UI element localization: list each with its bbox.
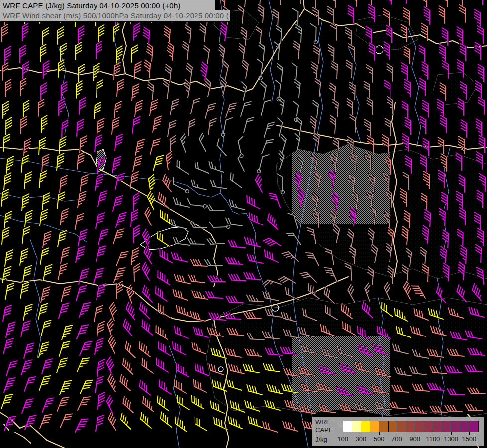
legend-color-cell <box>442 421 451 432</box>
legend-tick <box>397 432 397 435</box>
legend-color-cell <box>433 421 442 432</box>
legend-color-cell <box>352 421 361 432</box>
legend-color-cell <box>469 421 478 432</box>
legend-title-variable: CAPE <box>315 426 333 434</box>
legend-tick <box>433 432 433 435</box>
legend-color-cell <box>389 421 397 432</box>
legend-color-cell <box>451 421 460 432</box>
legend-color-cell <box>334 421 343 432</box>
map-canvas <box>0 0 487 448</box>
legend-color-cell <box>406 421 415 432</box>
map-title-windshear: WRF Wind shear (m/s) 500/1000hPa Saturda… <box>0 10 231 22</box>
legend-tick <box>379 432 380 435</box>
legend-color-cell <box>415 421 424 432</box>
legend-color-cell <box>424 421 433 432</box>
legend-tick <box>415 432 415 435</box>
legend-color-scale <box>334 421 479 432</box>
legend-color-cell <box>379 421 388 432</box>
legend-color-cell <box>343 421 352 432</box>
legend-title-model: WRF <box>315 418 330 426</box>
legend-tick <box>451 432 452 435</box>
wrf-map-screenshot: WRF CAPE (J/kg) Saturday 04-10-2025 00:0… <box>0 0 487 448</box>
legend-tick <box>361 432 361 435</box>
legend-color-cell <box>361 421 370 432</box>
legend-tick <box>469 432 470 435</box>
legend-tick <box>343 432 343 435</box>
legend-color-cell <box>460 421 469 432</box>
legend-tick-label: 1500 <box>458 435 480 443</box>
legend-color-cell <box>370 421 379 432</box>
map-title-cape: WRF CAPE (J/kg) Saturday 04-10-2025 00:0… <box>0 0 215 11</box>
legend-color-cell <box>397 421 406 432</box>
legend-title-unit: J/kg <box>315 436 327 443</box>
cape-legend: WRF CAPE J/kg 10030050070090011001300150… <box>312 417 484 446</box>
